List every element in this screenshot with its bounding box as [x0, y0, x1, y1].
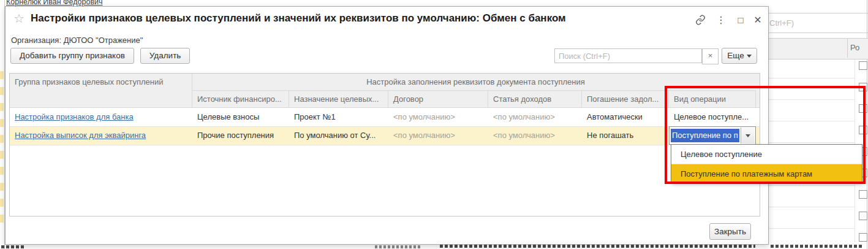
background-user-link[interactable]: Корнелюк Иван Федорович: [6, 0, 103, 6]
close-dialog-button[interactable]: Закрыть: [709, 223, 751, 240]
column-header-debt-settlement[interactable]: Погашение задол...: [582, 91, 669, 108]
column-header-label: Договор: [388, 91, 488, 104]
table-row-cell[interactable]: <по умолчанию>: [488, 126, 582, 145]
dialog-title: Настройки признаков целевых поступлений …: [31, 12, 566, 25]
background-checkbox[interactable]: [859, 212, 867, 220]
table-row-cell[interactable]: Настройка выписок для эквайринга: [10, 126, 192, 145]
group-link[interactable]: Настройка признаков для банка: [15, 112, 134, 121]
background-checkbox[interactable]: [859, 104, 867, 113]
organization-label: Организация: ДЮТОО "Отражение": [11, 36, 143, 45]
settings-dialog: ☆ Настройки признаков целевых поступлени…: [5, 6, 769, 245]
column-group-header: Настройка заполнения реквизитов документ…: [192, 74, 760, 91]
background-row-line: [768, 78, 855, 79]
background-row-line: [768, 121, 855, 121]
operation-type-dropdown: Целевое поступление Поступление по плате…: [671, 144, 862, 183]
background-row-fragment: [0, 119, 4, 127]
background-row-fragment: [0, 215, 4, 223]
background-row-fragment: [0, 183, 4, 191]
background-row-fragment: [0, 71, 4, 79]
column-header-label: Вид операции: [669, 91, 755, 104]
search-input[interactable]: [554, 48, 702, 63]
table-row-cell[interactable]: Прочие поступления: [192, 126, 289, 145]
table-row-cell[interactable]: Целевые взносы: [192, 108, 289, 126]
background-row-line: [768, 185, 855, 186]
column-header-group-name[interactable]: Группа признаков целевых поступлений: [10, 74, 192, 108]
background-row-fragment: [0, 151, 4, 159]
close-icon[interactable]: ✕: [750, 13, 765, 27]
column-header-operation-type[interactable]: Вид операции: [669, 91, 756, 108]
column-header-label: Погашение задол...: [582, 91, 668, 104]
add-group-button[interactable]: Добавить группу признаков: [10, 48, 134, 64]
dropdown-option[interactable]: Целевое поступление: [671, 145, 862, 164]
favorite-star-icon[interactable]: ☆: [13, 12, 25, 25]
column-header-filler: [756, 74, 760, 108]
dropdown-option-highlighted[interactable]: Поступление по платежным картам: [671, 164, 862, 183]
search-clear-icon[interactable]: ×: [702, 48, 719, 64]
clipped-text-fragment: [1, 245, 26, 248]
table-row-cell[interactable]: Проект №1: [289, 108, 388, 126]
link-icon: [693, 15, 708, 25]
table-row-cell[interactable]: Настройка признаков для банка: [10, 108, 192, 126]
background-checkbox[interactable]: [859, 190, 867, 199]
row-separator: [10, 145, 760, 145]
column-header-label: Источник финансиро...: [192, 91, 289, 104]
table-row-cell[interactable]: Не погашать: [582, 126, 669, 145]
column-header-label: Назначение целевых...: [289, 91, 388, 104]
column-header-label: Статья доходов: [488, 91, 581, 104]
background-search-input-fragment[interactable]: Ctrl+F): [769, 18, 794, 28]
operation-type-combo[interactable]: Поступление по п: [669, 126, 756, 145]
table-row-cell[interactable]: По умолчанию от Су...: [289, 126, 388, 145]
background-checkbox[interactable]: [859, 83, 867, 91]
table-row-cell[interactable]: <по умолчанию>: [388, 108, 488, 126]
more-menu-icon[interactable]: ⋮: [714, 13, 728, 27]
clipped-text-fragment: [440, 245, 755, 248]
table-row-cell[interactable]: Целевое поступле...: [669, 108, 756, 126]
background-checkbox[interactable]: [859, 233, 867, 242]
more-button[interactable]: Еще: [722, 48, 757, 64]
group-link[interactable]: Настройка выписок для эквайринга: [15, 131, 146, 140]
table-row-cell[interactable]: Автоматически: [582, 108, 669, 126]
toolbar: Добавить группу признаков Удалить: [10, 48, 190, 64]
background-column-header: Ро: [850, 43, 859, 52]
chevron-down-icon: [747, 55, 752, 58]
delete-button[interactable]: Удалить: [140, 48, 191, 64]
background-row-fragment: [0, 135, 4, 143]
column-group-header-label: Настройка заполнения реквизитов документ…: [192, 74, 759, 86]
column-header-income-item[interactable]: Статья доходов: [488, 91, 582, 108]
column-header-purpose[interactable]: Назначение целевых...: [289, 91, 388, 108]
chevron-down-icon: [745, 134, 750, 137]
combo-selected-text[interactable]: Поступление по п: [671, 129, 739, 142]
more-button-label: Еще: [727, 51, 744, 60]
background-row-line: [768, 207, 855, 207]
background-divider: [768, 13, 868, 13]
screen: Корнелюк Иван Федорович Ctrl+F) Ро ☆ Нас…: [0, 0, 868, 249]
maximize-icon[interactable]: □: [733, 13, 748, 27]
column-header-funding-source[interactable]: Источник финансиро...: [192, 91, 289, 108]
background-row-fragment: [0, 167, 4, 175]
background-row-fragment: [0, 87, 4, 95]
column-header-label: Группа признаков целевых поступлений: [10, 74, 192, 86]
get-link-button[interactable]: [693, 13, 708, 27]
clipped-text-fragment: [375, 245, 421, 248]
background-row-fragment: [0, 199, 4, 207]
settings-table: Группа признаков целевых поступлений Нас…: [9, 73, 760, 216]
background-checkbox[interactable]: [859, 126, 867, 134]
background-divider: [768, 33, 868, 33]
background-row-line: [768, 99, 855, 100]
combo-dropdown-button[interactable]: [741, 128, 755, 144]
column-header-contract[interactable]: Договор: [388, 91, 488, 108]
background-row-line: [768, 228, 855, 229]
background-checkbox[interactable]: [859, 61, 867, 70]
background-column-separator: [847, 39, 848, 58]
table-row-cell[interactable]: <по умолчанию>: [388, 126, 488, 145]
background-row-fragment: [0, 103, 4, 111]
table-row-cell[interactable]: <по умолчанию>: [488, 108, 582, 126]
clipped-text-fragment: [771, 245, 862, 248]
background-row-line: [768, 142, 855, 143]
